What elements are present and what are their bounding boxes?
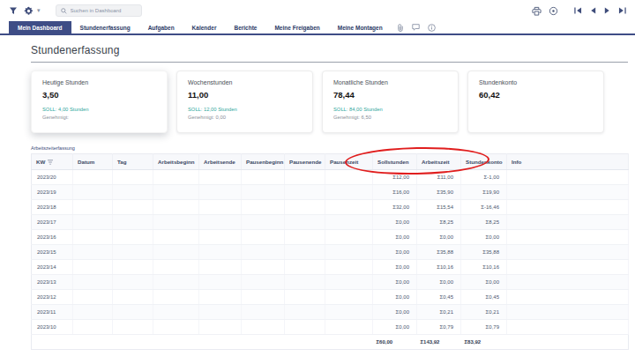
cell-sollstunden: Σ16,00 — [373, 185, 417, 200]
tab-stundenerfassung[interactable]: Stundenerfassung — [71, 21, 139, 33]
column-header-sollstunden[interactable]: Sollstunden — [373, 154, 417, 170]
cell-datum — [73, 290, 113, 305]
column-header-label: Arbeitsbeginn — [158, 159, 195, 165]
total-sollstunden: Σ60,00 — [373, 335, 417, 350]
table-row[interactable]: 2023/10Σ0,00Σ0,79Σ0,79 — [32, 320, 629, 335]
cell-datum — [73, 230, 113, 245]
column-header-kw[interactable]: KW — [32, 154, 73, 170]
cell-arbeitszeit: Σ0,45 — [417, 290, 461, 305]
comment-icon[interactable] — [412, 24, 420, 31]
column-header-pausenende[interactable]: Pausenende — [285, 154, 325, 170]
cell-pausenende — [285, 230, 325, 245]
column-header-pausenbeginn[interactable]: Pausenbeginn — [242, 154, 285, 170]
cell-pausenbeginn — [242, 200, 285, 215]
table-header-row: KWDatumTagArbeitsbeginnArbeitsendePausen… — [32, 154, 629, 170]
cell-sollstunden: Σ0,00 — [373, 290, 417, 305]
last-page-icon[interactable] — [618, 7, 626, 14]
cell-sollstunden: Σ0,00 — [373, 275, 417, 290]
cell-pausenzeit — [325, 290, 373, 305]
cell-pausenbeginn — [242, 230, 285, 245]
cell-pausenzeit — [325, 215, 373, 230]
tab-kalender[interactable]: Kalender — [183, 21, 226, 33]
cell-pausenbeginn — [242, 275, 285, 290]
cell-kw: 2023/17 — [32, 215, 73, 230]
card-value: 3,50 — [42, 90, 156, 100]
cell-sollstunden: Σ0,00 — [373, 305, 417, 320]
prev-page-icon[interactable] — [590, 7, 596, 14]
chevron-down-icon[interactable]: ▾ — [37, 7, 41, 14]
table-row[interactable]: 2023/12Σ0,00Σ0,45Σ0,45 — [32, 290, 629, 305]
table-row[interactable]: 2023/15Σ0,00Σ35,88Σ35,88 — [32, 245, 629, 260]
cell-stundenkonto: Σ0,00 — [461, 230, 507, 245]
cell-arbeitszeit: Σ0,00 — [417, 275, 461, 290]
cell-arbeitszeit: Σ35,90 — [417, 185, 461, 200]
cell-arbeitsende — [199, 230, 242, 245]
paperclip-icon[interactable] — [397, 24, 404, 32]
cell-tag — [113, 305, 153, 320]
column-header-tag[interactable]: Tag — [113, 154, 153, 170]
cell-stundenkonto: Σ8,25 — [461, 215, 507, 230]
cell-datum — [73, 215, 113, 230]
tab-meine-freigaben[interactable]: Meine Freigaben — [265, 21, 328, 33]
card-value: 60,42 — [479, 90, 593, 100]
card-title: Heutige Stunden — [42, 79, 156, 85]
column-header-arbeitszeit[interactable]: Arbeitszeit — [417, 154, 461, 170]
stat-card-stundenkonto: Stundenkonto60,42 — [467, 71, 604, 133]
cell-pausenende — [285, 260, 325, 275]
table-row[interactable]: 2023/11Σ0,00Σ0,21Σ0,21 — [32, 305, 629, 320]
search-box[interactable] — [56, 4, 142, 17]
cell-arbeitsbeginn — [153, 245, 199, 260]
next-page-icon[interactable] — [604, 7, 610, 14]
cell-sollstunden: Σ0,00 — [373, 320, 417, 335]
tab-berichte[interactable]: Berichte — [225, 21, 265, 33]
column-header-stundenkonto[interactable]: Stundenkonto — [461, 154, 507, 170]
cell-tag — [113, 170, 153, 185]
cell-arbeitszeit: Σ0,79 — [417, 320, 461, 335]
column-header-arbeitsende[interactable]: Arbeitsende — [199, 154, 242, 170]
table-row[interactable]: 2023/18Σ32,00Σ15,54Σ-16,46 — [32, 200, 629, 215]
column-header-arbeitsbeginn[interactable]: Arbeitsbeginn — [153, 154, 199, 170]
info-icon[interactable] — [428, 24, 436, 32]
table-row[interactable]: 2023/14Σ0,00Σ10,16Σ10,16 — [32, 260, 629, 275]
column-header-pausenzeit[interactable]: Pausenzeit — [325, 154, 373, 170]
table-row[interactable]: 2023/13Σ0,00Σ0,00Σ0,00 — [32, 275, 629, 290]
card-soll: SOLL: 12,00 Stunden — [188, 107, 302, 112]
sort-filter-icon[interactable] — [48, 160, 53, 165]
search-input[interactable] — [71, 8, 137, 13]
cell-pausenbeginn — [242, 170, 285, 185]
card-genehmigt: Genehmigt: 0,00 — [188, 115, 302, 120]
column-header-info[interactable]: Info — [507, 154, 629, 170]
cell-stundenkonto: Σ0,00 — [461, 275, 507, 290]
cell-tag — [113, 185, 153, 200]
cell-pausenbeginn — [242, 215, 285, 230]
stat-card-monatliche-stunden: Monatliche Stunden78,44SOLL: 84,00 Stund… — [322, 71, 459, 133]
column-header-label: Tag — [117, 159, 127, 165]
cell-arbeitsende — [199, 305, 242, 320]
gear-icon[interactable] — [24, 6, 34, 16]
print-icon[interactable] — [532, 6, 542, 16]
cell-datum — [73, 320, 113, 335]
tab-meine-montagen[interactable]: Meine Montagen — [329, 21, 392, 33]
cell-stundenkonto: Σ35,88 — [461, 245, 507, 260]
column-header-datum[interactable]: Datum — [73, 154, 113, 170]
table-row[interactable]: 2023/17Σ0,00Σ8,25Σ8,25 — [32, 215, 629, 230]
table-row[interactable]: 2023/20Σ12,00Σ11,00Σ-1,00 — [32, 170, 629, 185]
cell-stundenkonto: Σ0,45 — [461, 290, 507, 305]
cell-datum — [73, 275, 113, 290]
column-header-label: Sollstunden — [377, 159, 408, 165]
card-soll: SOLL: 84,00 Stunden — [333, 107, 447, 112]
cell-kw: 2023/11 — [32, 305, 73, 320]
circle-dot-icon[interactable] — [549, 6, 558, 16]
filter-icon[interactable] — [9, 6, 18, 15]
first-page-icon[interactable] — [574, 7, 582, 14]
tab-aufgaben[interactable]: Aufgaben — [139, 21, 183, 33]
cell-pausenbeginn — [242, 260, 285, 275]
table-row[interactable]: 2023/19Σ16,00Σ35,90Σ19,90 — [32, 185, 629, 200]
table-totals-row: Σ60,00 Σ143,92 Σ83,92 — [32, 335, 629, 350]
card-genehmigt: Genehmigt: — [42, 115, 156, 120]
table-row[interactable]: 2023/16Σ0,00Σ0,00Σ0,00 — [32, 230, 629, 245]
total-arbeitszeit: Σ143,92 — [417, 335, 461, 350]
tab-mein-dashboard[interactable]: Mein Dashboard — [9, 21, 71, 33]
cell-arbeitsbeginn — [153, 320, 199, 335]
column-header-label: KW — [36, 159, 45, 165]
